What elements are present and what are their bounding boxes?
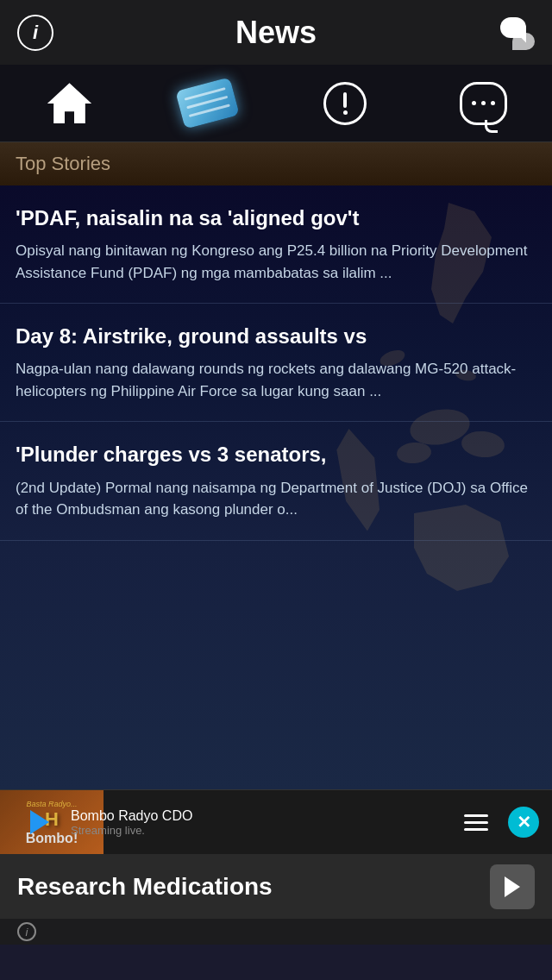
news-item-2[interactable]: Day 8: Airstrike, ground assaults vs Nag… — [0, 304, 552, 422]
app-header: i News — [0, 0, 552, 65]
play-button[interactable] — [22, 804, 58, 840]
menu-line-2 — [464, 821, 488, 824]
scroll-icon — [175, 79, 240, 127]
close-button[interactable]: ✕ — [508, 807, 539, 838]
home-icon — [46, 79, 93, 127]
banner-text: Research Medications — [17, 873, 273, 901]
nav-alert[interactable] — [310, 73, 380, 134]
radio-station-name: Bombo Radyo CDO — [71, 808, 444, 824]
banner-arrow-button[interactable] — [490, 864, 535, 909]
play-icon — [30, 810, 49, 834]
radio-status: Streaming live. — [71, 824, 444, 837]
bottom-info-icon[interactable]: i — [17, 922, 36, 941]
main-navbar — [0, 65, 552, 142]
alert-icon — [323, 82, 367, 125]
arrow-right-icon — [505, 876, 520, 897]
nav-speech[interactable] — [448, 73, 518, 134]
svg-marker-0 — [47, 83, 91, 123]
radio-player: Basta Radyo... H Bombo! Bombo Radyo CDO … — [0, 789, 552, 854]
radio-info: Bombo Radyo CDO Streaming live. — [71, 808, 444, 837]
chat-button[interactable] — [492, 16, 535, 50]
news-excerpt-1: Opisyal nang binitawan ng Kongreso ang P… — [16, 240, 536, 284]
chat-bubble-2-icon — [512, 33, 535, 50]
bottom-banner[interactable]: Research Medications — [0, 854, 552, 919]
menu-line-1 — [464, 814, 488, 817]
news-item-1[interactable]: 'PDAF, naisalin na sa 'aligned gov't Opi… — [0, 185, 552, 304]
menu-button[interactable] — [457, 807, 495, 838]
news-title-2: Day 8: Airstrike, ground assaults vs — [16, 323, 536, 349]
info-button[interactable]: i — [17, 15, 53, 51]
menu-line-3 — [464, 828, 488, 831]
close-icon: ✕ — [517, 812, 531, 832]
nav-home[interactable] — [34, 73, 104, 134]
speech-bubble-icon — [460, 82, 507, 125]
news-title-3: 'Plunder charges vs 3 senators, — [16, 441, 536, 468]
section-top-stories: Top Stories — [0, 142, 552, 185]
bottom-info-bar: i — [0, 919, 552, 945]
news-excerpt-3: (2nd Update) Pormal nang naisampa ng Dep… — [16, 477, 536, 521]
news-excerpt-2: Nagpa-ulan nang dalawang rounds ng rocke… — [16, 358, 536, 402]
page-title: News — [235, 15, 317, 51]
news-item-3[interactable]: 'Plunder charges vs 3 senators, (2nd Upd… — [0, 422, 552, 540]
news-feed: 'PDAF, naisalin na sa 'aligned gov't Opi… — [0, 185, 552, 789]
news-title-1: 'PDAF, naisalin na sa 'aligned gov't — [16, 204, 536, 231]
info-icon: i — [33, 22, 38, 44]
nav-news[interactable] — [172, 73, 242, 134]
top-stories-label: Top Stories — [16, 153, 110, 174]
